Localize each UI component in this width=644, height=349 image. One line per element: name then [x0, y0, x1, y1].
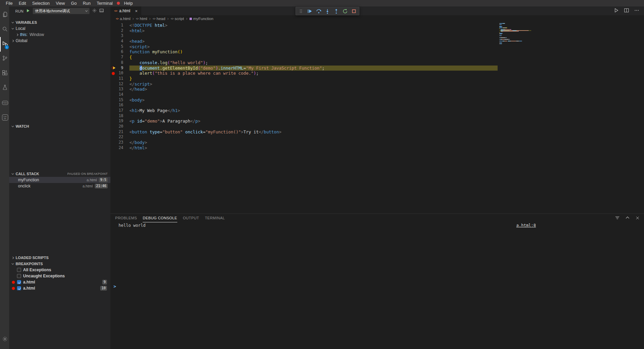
- breakpoint-checkbox[interactable]: [17, 268, 21, 272]
- breakpoint-gutter[interactable]: [110, 97, 117, 103]
- tab-a-html[interactable]: <> a.html ×: [110, 6, 141, 15]
- panel-tab-output[interactable]: OUTPUT: [183, 214, 199, 222]
- panel-tab-debug-console[interactable]: DEBUG CONSOLE: [143, 214, 177, 222]
- breakpoint-gutter[interactable]: [110, 49, 117, 55]
- code-text[interactable]: <!DOCTYPE html>: [129, 23, 167, 28]
- breakpoint-gutter[interactable]: [110, 134, 117, 140]
- variable-row[interactable]: Global: [9, 38, 110, 44]
- breakpoint-checkbox[interactable]: [17, 286, 21, 290]
- activity-testing[interactable]: [0, 81, 9, 95]
- menu-item-edit[interactable]: Edit: [16, 1, 29, 6]
- breadcrumb-item[interactable]: myFunction: [190, 17, 213, 21]
- menu-item-run[interactable]: Run: [80, 1, 94, 6]
- breakpoint-gutter[interactable]: [110, 23, 117, 28]
- variable-row[interactable]: Local: [9, 25, 110, 32]
- breadcrumb-item[interactable]: <>script: [171, 17, 184, 21]
- continue-button[interactable]: [306, 7, 314, 15]
- split-editor-button[interactable]: [624, 8, 629, 14]
- activity-lua-ide[interactable]: Lua Ide: [0, 110, 9, 125]
- breakpoint-gutter[interactable]: [110, 103, 117, 108]
- start-debug-button[interactable]: [26, 8, 30, 14]
- breakpoint-gutter[interactable]: [110, 124, 117, 129]
- debug-settings-button[interactable]: [92, 8, 97, 14]
- breakpoint-gutter[interactable]: [110, 87, 117, 92]
- menu-item-selection[interactable]: Selection: [29, 1, 53, 6]
- breadcrumb-item[interactable]: <>html: [136, 17, 147, 21]
- close-tab-icon[interactable]: ×: [135, 9, 138, 13]
- step-into-button[interactable]: [323, 7, 332, 15]
- breakpoint-gutter[interactable]: [110, 140, 117, 145]
- breakpoint-gutter[interactable]: [110, 118, 117, 124]
- close-panel-icon[interactable]: [635, 216, 640, 222]
- variables-section-header[interactable]: VARIABLES: [9, 19, 110, 25]
- code-text[interactable]: <html>: [129, 28, 145, 34]
- code-text[interactable]: <h1>My Web Page</h1>: [129, 108, 180, 113]
- code-text[interactable]: </script>: [129, 81, 152, 87]
- code-text[interactable]: console.log("hello world");: [129, 60, 208, 66]
- settings-button[interactable]: [0, 332, 9, 347]
- activity-todo[interactable]: TODO: [0, 95, 9, 110]
- breakpoints-section-header[interactable]: BREAKPOINTS: [9, 261, 110, 267]
- minimap[interactable]: [499, 23, 531, 44]
- menu-item-terminal[interactable]: Terminal: [94, 1, 116, 6]
- code-text[interactable]: <body>: [129, 97, 145, 103]
- breakpoint-gutter[interactable]: [110, 92, 117, 97]
- launch-config-dropdown[interactable]: 使用本地chrome调试: [33, 8, 90, 14]
- code-text[interactable]: document.getElementById("demo").innerHTM…: [129, 66, 324, 71]
- debug-console-input[interactable]: >: [113, 284, 116, 289]
- code-text[interactable]: <p id="demo">A Paragraph</p>: [129, 118, 200, 124]
- breakpoint-gutter[interactable]: [110, 145, 117, 151]
- breakpoint-gutter[interactable]: [110, 39, 117, 44]
- breakpoint-gutter[interactable]: [110, 129, 117, 135]
- run-file-button[interactable]: [614, 8, 619, 14]
- breakpoint-gutter[interactable]: [110, 66, 117, 71]
- activity-explorer[interactable]: [0, 8, 9, 22]
- breadcrumb-item[interactable]: <>head: [153, 17, 165, 21]
- code-editor[interactable]: 1<!DOCTYPE html>2<html>34<head>5<script>…: [110, 22, 644, 214]
- breakpoint-row[interactable]: Uncaught Exceptions: [9, 273, 110, 279]
- drag-handle[interactable]: [297, 7, 305, 15]
- restart-button[interactable]: [341, 7, 349, 15]
- breadcrumb-item[interactable]: <>a.html: [116, 17, 130, 21]
- maximize-panel-icon[interactable]: [625, 215, 630, 222]
- watch-section-header[interactable]: WATCH: [9, 123, 110, 129]
- callstack-section-header[interactable]: CALL STACK PAUSED ON BREAKPOINT: [9, 171, 110, 177]
- breakpoint-gutter[interactable]: [110, 71, 117, 76]
- activity-search[interactable]: [0, 22, 9, 37]
- menu-item-file[interactable]: File: [3, 1, 16, 6]
- code-text[interactable]: alert("this is a place where can write c…: [129, 71, 259, 76]
- code-text[interactable]: <head>: [129, 39, 145, 44]
- open-debug-console-button[interactable]: [99, 8, 104, 14]
- stop-button[interactable]: [350, 7, 358, 15]
- breakpoint-gutter[interactable]: [110, 76, 117, 81]
- breakpoint-gutter[interactable]: [110, 113, 117, 119]
- step-over-button[interactable]: [315, 7, 323, 15]
- code-text[interactable]: <button type="button" onclick="myFunctio…: [129, 129, 282, 135]
- callstack-frame[interactable]: myFunctiona.html9:5: [9, 177, 110, 183]
- breakpoint-checkbox[interactable]: [17, 274, 21, 278]
- breakpoint-gutter[interactable]: [110, 60, 117, 66]
- code-text[interactable]: </body>: [129, 140, 147, 145]
- breakpoint-row[interactable]: All Exceptions: [9, 267, 110, 273]
- code-text[interactable]: }: [129, 76, 132, 81]
- output-actions-icon[interactable]: [615, 215, 620, 222]
- menu-item-go[interactable]: Go: [68, 1, 80, 6]
- console-source-link[interactable]: a.html:8: [516, 223, 536, 228]
- breakpoint-checkbox[interactable]: [17, 280, 21, 284]
- breakpoint-gutter[interactable]: [110, 28, 117, 34]
- loaded-scripts-section-header[interactable]: LOADED SCRIPTS: [9, 255, 110, 261]
- code-text[interactable]: <script>: [129, 44, 150, 50]
- more-actions-button[interactable]: [634, 8, 639, 14]
- panel-tab-terminal[interactable]: TERMINAL: [205, 214, 225, 222]
- code-text[interactable]: </head>: [129, 87, 147, 92]
- code-text[interactable]: function myFunction(): [129, 49, 183, 55]
- breakpoint-row[interactable]: a.html10: [9, 285, 110, 291]
- step-out-button[interactable]: [332, 7, 340, 15]
- breakpoint-row[interactable]: a.html9: [9, 279, 110, 285]
- breakpoint-gutter[interactable]: [110, 108, 117, 113]
- menu-item-help[interactable]: Help: [121, 1, 136, 6]
- callstack-frame[interactable]: onclicka.html21:46: [9, 183, 110, 189]
- breakpoint-gutter[interactable]: [110, 81, 117, 87]
- activity-source-control[interactable]: [0, 52, 9, 66]
- variable-row[interactable]: this:Window: [9, 32, 110, 38]
